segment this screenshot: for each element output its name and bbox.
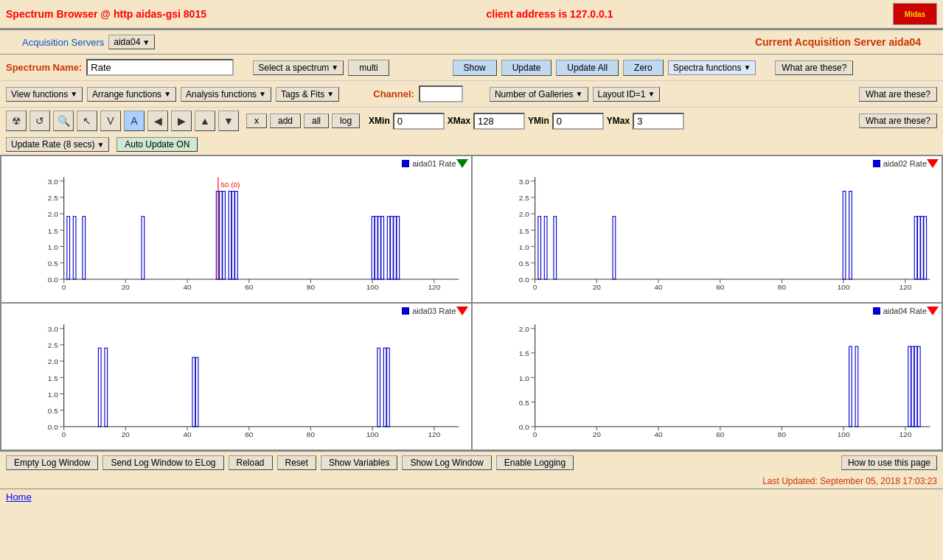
acquisition-row: Acquisition Servers aida04 ▼ Current Acq… bbox=[0, 30, 943, 54]
galleries-dropdown[interactable]: Number of Galleries ▼ bbox=[490, 87, 588, 102]
analysis-arrow-icon: ▼ bbox=[259, 90, 266, 98]
spectrum-controls: Spectrum Name: Select a spectrum ▼ multi… bbox=[6, 59, 937, 76]
chart-marker-1 bbox=[456, 159, 468, 168]
channel-input[interactable] bbox=[419, 85, 463, 102]
how-to-button[interactable]: How to use this page bbox=[841, 455, 937, 470]
update-button[interactable]: Update bbox=[501, 60, 552, 76]
svg-rect-121 bbox=[105, 348, 108, 427]
svg-text:80: 80 bbox=[777, 283, 786, 291]
home-link[interactable]: Home bbox=[0, 489, 943, 505]
up-icon[interactable]: ▲ bbox=[195, 111, 215, 131]
what-these-button-2[interactable]: What are these? bbox=[859, 87, 937, 102]
svg-text:0: 0 bbox=[532, 283, 537, 291]
svg-text:120: 120 bbox=[428, 430, 440, 438]
radiation-icon[interactable]: ☢ bbox=[6, 111, 27, 131]
xmax-label: XMax bbox=[448, 116, 470, 126]
svg-text:0.5: 0.5 bbox=[48, 259, 59, 267]
svg-text:80: 80 bbox=[307, 430, 316, 438]
charts-area: aida01 Rate0.00.51.01.52.02.53.002040608… bbox=[0, 155, 943, 451]
a-icon[interactable]: A bbox=[124, 111, 145, 131]
analysis-functions-dropdown[interactable]: Analysis functions ▼ bbox=[181, 87, 271, 102]
v-icon[interactable]: V bbox=[100, 111, 121, 131]
all-button[interactable]: all bbox=[304, 113, 329, 128]
svg-text:1.5: 1.5 bbox=[518, 349, 529, 357]
svg-rect-155 bbox=[908, 346, 911, 427]
svg-text:2.5: 2.5 bbox=[518, 194, 529, 202]
svg-rect-31 bbox=[73, 217, 76, 279]
functions-row: View functions ▼ Arrange functions ▼ Ana… bbox=[0, 81, 943, 108]
svg-text:3.0: 3.0 bbox=[48, 325, 59, 333]
add-button[interactable]: add bbox=[270, 113, 301, 128]
acquisition-server-dropdown[interactable]: aida04 ▼ bbox=[108, 35, 155, 49]
select-icon[interactable]: ↖ bbox=[77, 111, 97, 131]
auto-update-button[interactable]: Auto Update ON bbox=[116, 137, 198, 152]
spectra-arrow-icon: ▼ bbox=[743, 63, 751, 71]
enable-logging-button[interactable]: Enable Logging bbox=[496, 455, 574, 470]
status-bar: Last Updated: September 05, 2018 17:03:2… bbox=[0, 474, 943, 489]
xmin-label: XMin bbox=[369, 116, 390, 126]
empty-log-button[interactable]: Empty Log Window bbox=[6, 455, 98, 470]
svg-text:1.0: 1.0 bbox=[518, 374, 529, 382]
chart-color-icon-3 bbox=[402, 307, 409, 315]
svg-text:60: 60 bbox=[716, 430, 725, 438]
acquisition-servers-label: Acquisition Servers bbox=[22, 37, 104, 48]
svg-text:100: 100 bbox=[837, 283, 849, 291]
down-icon[interactable]: ▼ bbox=[218, 111, 239, 131]
spectra-functions-dropdown[interactable]: Spectra functions ▼ bbox=[668, 60, 756, 75]
show-button[interactable]: Show bbox=[453, 60, 497, 76]
forward-icon[interactable]: ▶ bbox=[171, 111, 192, 131]
chart-marker-2 bbox=[927, 159, 939, 168]
svg-rect-88 bbox=[920, 217, 923, 279]
zero-button[interactable]: Zero bbox=[623, 60, 664, 76]
zoom-in-icon[interactable]: 🔍 bbox=[53, 111, 74, 131]
show-log-button[interactable]: Show Log Window bbox=[402, 455, 491, 470]
select-spectrum-dropdown[interactable]: Select a spectrum ▼ bbox=[253, 60, 344, 75]
svg-rect-125 bbox=[383, 348, 386, 427]
svg-rect-89 bbox=[923, 217, 926, 279]
svg-text:0.0: 0.0 bbox=[48, 423, 59, 431]
spectrum-name-label: Spectrum Name: bbox=[6, 62, 82, 73]
xmax-input[interactable] bbox=[473, 113, 525, 130]
svg-rect-156 bbox=[911, 346, 914, 427]
spectrum-name-input[interactable] bbox=[86, 59, 234, 76]
svg-rect-82 bbox=[553, 217, 556, 279]
ymin-label: YMin bbox=[528, 116, 549, 126]
svg-rect-83 bbox=[613, 217, 616, 279]
what-these-button-1[interactable]: What are these? bbox=[775, 60, 853, 75]
tags-arrow-icon: ▼ bbox=[327, 90, 334, 98]
svg-text:20: 20 bbox=[122, 283, 131, 291]
svg-text:3.0: 3.0 bbox=[48, 178, 59, 186]
back-icon[interactable]: ◀ bbox=[147, 111, 168, 131]
chart-cell-3: aida03 Rate0.00.51.01.52.02.53.002040608… bbox=[1, 303, 472, 450]
svg-text:0: 0 bbox=[62, 430, 66, 438]
log-button[interactable]: log bbox=[332, 113, 360, 128]
chart-marker-4 bbox=[927, 307, 939, 315]
svg-text:0: 0 bbox=[62, 283, 66, 291]
xmin-input[interactable] bbox=[393, 113, 445, 130]
multi-button[interactable]: multi bbox=[348, 60, 389, 76]
svg-text:100: 100 bbox=[366, 430, 379, 438]
show-variables-button[interactable]: Show Variables bbox=[321, 455, 398, 470]
x-button[interactable]: x bbox=[246, 113, 267, 128]
svg-rect-123 bbox=[195, 357, 198, 427]
svg-rect-86 bbox=[914, 217, 917, 279]
ymax-input[interactable] bbox=[633, 113, 684, 130]
reset-button[interactable]: Reset bbox=[277, 455, 316, 470]
layout-dropdown[interactable]: Layout ID=1 ▼ bbox=[593, 87, 661, 102]
refresh-icon[interactable]: ↺ bbox=[29, 111, 50, 131]
svg-rect-80 bbox=[537, 217, 540, 279]
tags-fits-dropdown[interactable]: Tags & Fits ▼ bbox=[276, 87, 339, 102]
reload-button[interactable]: Reload bbox=[229, 455, 273, 470]
svg-text:40: 40 bbox=[654, 283, 663, 291]
send-log-button[interactable]: Send Log Window to ELog bbox=[102, 455, 223, 470]
ymin-input[interactable] bbox=[552, 113, 604, 130]
functions-controls: View functions ▼ Arrange functions ▼ Ana… bbox=[6, 85, 937, 102]
what-these-button-3[interactable]: What are these? bbox=[859, 113, 937, 128]
svg-rect-46 bbox=[394, 217, 397, 279]
update-all-button[interactable]: Update All bbox=[556, 60, 619, 76]
chart-color-icon-2 bbox=[873, 160, 880, 167]
update-rate-dropdown[interactable]: Update Rate (8 secs) ▼ bbox=[6, 137, 109, 152]
arrange-functions-dropdown[interactable]: Arrange functions ▼ bbox=[87, 87, 176, 102]
svg-text:1.5: 1.5 bbox=[518, 227, 529, 235]
view-functions-dropdown[interactable]: View functions ▼ bbox=[6, 87, 83, 102]
